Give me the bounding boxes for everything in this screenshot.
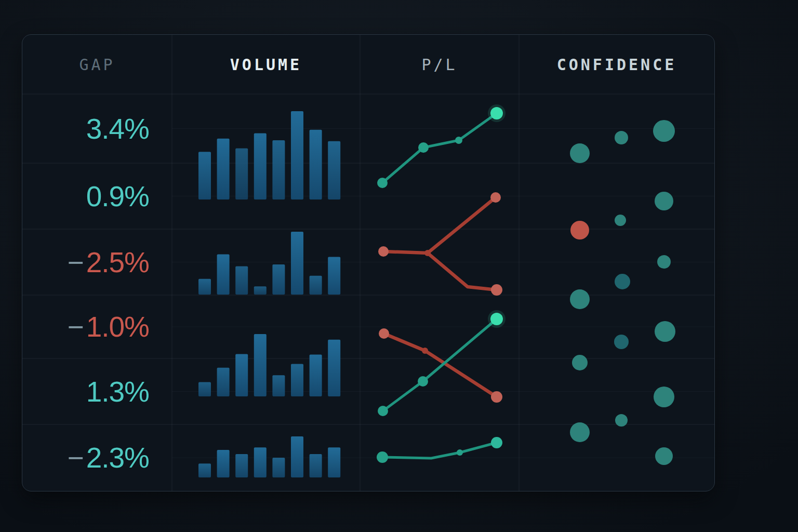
table-row-gap-value[interactable]: 1.3% [22, 358, 172, 424]
confidence-bubble [654, 387, 674, 407]
volume-bar [310, 130, 322, 200]
volume-bar [272, 140, 285, 200]
table-row-gap-value[interactable]: 0.9% [22, 163, 172, 229]
confidence-bubble [570, 422, 590, 442]
confidence-bubble [570, 221, 589, 240]
table-row-gap-value[interactable]: 3.4% [22, 94, 172, 163]
volume-bar [291, 111, 303, 200]
volume-bar [217, 368, 230, 396]
volume-bar [328, 141, 340, 200]
pl-line [382, 113, 497, 183]
gap-percent: 2.5% [86, 246, 149, 279]
confidence-bubble [615, 215, 626, 226]
pl-point [455, 137, 462, 144]
pl-point [424, 250, 431, 256]
volume-bar [291, 436, 303, 477]
confidence-bubble [655, 192, 673, 210]
pl-point [490, 313, 503, 325]
confidence-bubble [615, 274, 630, 289]
confidence-bubble [615, 414, 628, 427]
pl-point [490, 192, 501, 203]
confidence-bubble [570, 289, 590, 309]
volume-bar [198, 152, 211, 200]
confidence-bubble [657, 255, 671, 269]
pl-point [379, 328, 389, 339]
volume-bar [217, 139, 230, 200]
pl-point [490, 107, 503, 119]
volume-bar [310, 454, 322, 477]
volume-bar [235, 354, 248, 396]
volume-bar [310, 355, 322, 396]
volume-bar [328, 257, 340, 295]
volume-bar [310, 276, 322, 295]
volume-bar [254, 286, 267, 295]
gap-percent: 3.4% [86, 112, 149, 145]
volume-bar [272, 264, 285, 295]
pl-point [377, 451, 388, 463]
confidence-bubble [614, 335, 629, 349]
pl-point [378, 246, 389, 257]
pl-point [378, 406, 388, 416]
confidence-bubble [572, 355, 588, 370]
pl-point [491, 437, 502, 448]
gap-percent: 0.9% [86, 180, 149, 213]
pl-point [457, 449, 463, 456]
gap-minus-sign: − [68, 441, 84, 474]
confidence-bubble [655, 447, 673, 465]
column-header-volume[interactable]: VOLUME [172, 35, 360, 94]
table-row-gap-value[interactable]: −2.5% [22, 229, 172, 295]
table-row-gap-value[interactable]: −1.0% [22, 295, 172, 358]
volume-bar [272, 458, 285, 477]
gap-percent: 1.0% [86, 310, 149, 343]
volume-bar [235, 267, 248, 295]
column-header-confidence[interactable]: CONFIDENCE [519, 35, 714, 94]
volume-bar [254, 447, 267, 477]
trading-dashboard-table: GAP VOLUME P/L CONFIDENCE 3.4%0.9%−2.5%−… [22, 34, 715, 491]
pl-line [382, 443, 497, 458]
confidence-bubble [655, 321, 675, 342]
volume-bar [235, 454, 248, 477]
volume-bar [198, 279, 211, 295]
volume-bar [272, 375, 285, 396]
pl-point [491, 391, 502, 403]
volume-bar [254, 334, 267, 396]
volume-bar [328, 340, 340, 396]
volume-bar [217, 255, 230, 295]
pl-point [418, 376, 428, 387]
table-row-gap-value[interactable]: −2.3% [22, 424, 172, 491]
pl-line [383, 197, 496, 253]
volume-bar [254, 134, 267, 200]
pl-point [422, 348, 428, 354]
pl-point [377, 178, 388, 188]
gap-percent: 2.3% [86, 441, 149, 474]
column-header-pl[interactable]: P/L [360, 35, 519, 94]
pl-point [491, 284, 502, 296]
pl-line [383, 319, 497, 411]
volume-bar [198, 382, 211, 396]
volume-bar [291, 364, 303, 396]
pl-point [418, 142, 429, 153]
confidence-bubble [570, 143, 590, 163]
volume-bar [217, 450, 230, 477]
volume-bar [328, 447, 340, 477]
gap-minus-sign: − [68, 310, 84, 343]
gap-minus-sign: − [68, 246, 84, 279]
gap-column-rows: 3.4%0.9%−2.5%−1.0%1.3%−2.3% [22, 35, 172, 491]
volume-bar [291, 232, 303, 295]
volume-bar [235, 148, 248, 200]
confidence-bubble [653, 120, 675, 142]
volume-bar [198, 463, 211, 477]
pl-line [428, 253, 497, 290]
confidence-bubble [615, 131, 628, 144]
gap-percent: 1.3% [86, 375, 149, 408]
